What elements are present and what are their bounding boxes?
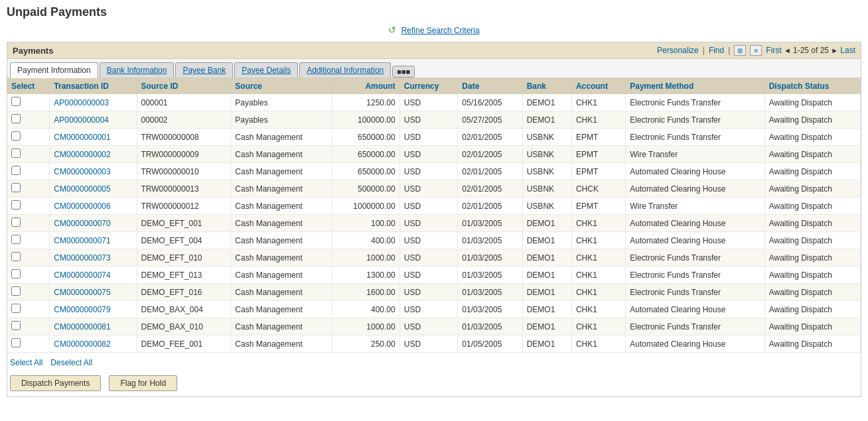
row-checkbox[interactable] [11, 235, 21, 244]
col-bank[interactable]: Bank [522, 78, 571, 94]
first-nav[interactable]: First [766, 46, 781, 55]
col-source-id[interactable]: Source ID [137, 78, 231, 94]
page-title: Unpaid Payments [7, 5, 861, 19]
date-cell: 05/27/2005 [458, 111, 522, 129]
nav-arrow-right[interactable]: ► [831, 46, 840, 54]
transaction-id-link[interactable]: CM0000000071 [54, 236, 110, 245]
select-all-link[interactable]: Select All [10, 358, 42, 367]
transaction-id-link[interactable]: CM0000000002 [54, 150, 110, 159]
payment-method-cell: Electronic Funds Transfer [626, 94, 764, 111]
account-cell: CHK1 [571, 284, 625, 301]
col-source[interactable]: Source [231, 78, 332, 94]
tab-payment-information[interactable]: Payment Information [10, 62, 98, 78]
find-link[interactable]: Find [709, 46, 724, 55]
amount-cell: 1600.00 [332, 284, 399, 301]
col-amount[interactable]: Amount [332, 78, 399, 94]
payment-method-cell: Automated Clearing House [626, 215, 764, 232]
payment-method-cell: Automated Clearing House [626, 301, 764, 318]
transaction-id-link[interactable]: AP0000000004 [54, 115, 109, 125]
currency-cell: USD [399, 284, 458, 301]
transaction-id-link[interactable]: AP0000000003 [54, 98, 109, 107]
amount-cell: 100000.00 [332, 111, 399, 129]
payment-method-cell: Wire Transfer [626, 146, 764, 163]
col-payment-method[interactable]: Payment Method [626, 78, 764, 94]
tab-payee-bank[interactable]: Payee Bank [175, 62, 233, 78]
row-checkbox[interactable] [11, 200, 21, 210]
currency-cell: USD [399, 111, 458, 129]
col-transaction-id[interactable]: Transaction ID [50, 78, 137, 94]
table-row: AP0000000004000002Payables100000.00USD05… [7, 111, 861, 129]
deselect-all-link[interactable]: Deselect All [50, 358, 92, 367]
transaction-id-link[interactable]: CM0000000081 [54, 322, 110, 331]
row-checkbox[interactable] [11, 252, 21, 261]
flag-for-hold-button[interactable]: Flag for Hold [109, 375, 177, 391]
list-view-icon[interactable]: ≡ [750, 45, 762, 56]
row-select-cell [7, 215, 50, 232]
toolbar-sep-1: | [703, 46, 705, 55]
tab-payee-details[interactable]: Payee Details [234, 62, 298, 78]
source-id-cell: TRW000000012 [137, 198, 231, 215]
transaction-id-link[interactable]: CM0000000073 [54, 253, 110, 263]
row-checkbox[interactable] [11, 286, 21, 296]
row-checkbox[interactable] [11, 183, 21, 192]
currency-cell: USD [399, 94, 458, 111]
refresh-icon: ↺ [388, 25, 396, 35]
row-checkbox[interactable] [11, 166, 21, 175]
refine-search-link[interactable]: Refine Search Criteria [401, 26, 480, 35]
currency-cell: USD [399, 129, 458, 146]
source-id-cell: DEMO_BAX_010 [137, 318, 231, 335]
source-cell: Cash Management [231, 180, 332, 198]
transaction-id-link[interactable]: CM0000000079 [54, 305, 110, 314]
account-cell: CHK1 [571, 249, 625, 267]
transaction-id-link[interactable]: CM0000000070 [54, 219, 110, 228]
row-checkbox[interactable] [11, 149, 21, 158]
col-dispatch-status[interactable]: Dispatch Status [764, 78, 860, 94]
toolbar-sep-2: | [728, 46, 730, 55]
row-checkbox[interactable] [11, 114, 21, 123]
row-checkbox[interactable] [11, 321, 21, 330]
date-cell: 02/01/2005 [458, 198, 522, 215]
col-currency[interactable]: Currency [399, 78, 458, 94]
source-cell: Cash Management [231, 198, 332, 215]
source-cell: Cash Management [231, 318, 332, 335]
grid-view-icon[interactable]: ⊞ [734, 45, 746, 56]
source-id-cell: 000002 [137, 111, 231, 129]
tab-additional-information[interactable]: Additional Information [299, 62, 391, 78]
last-nav[interactable]: Last [840, 46, 855, 55]
dispatch-payments-button[interactable]: Dispatch Payments [10, 375, 101, 391]
transaction-id-link[interactable]: CM0000000006 [54, 202, 110, 211]
transaction-id-link[interactable]: CM0000000003 [54, 167, 110, 176]
dispatch-status-cell: Awaiting Dispatch [764, 232, 860, 249]
source-id-cell: 000001 [137, 94, 231, 111]
tab-bank-information[interactable]: Bank Information [100, 62, 175, 78]
dispatch-status-cell: Awaiting Dispatch [764, 215, 860, 232]
nav-arrow-left[interactable]: ◄ [784, 46, 793, 54]
table-row: AP0000000003000001Payables1250.00USD05/1… [7, 94, 861, 111]
row-select-cell [7, 335, 50, 353]
tab-overflow-button[interactable]: ■■■ [392, 66, 415, 78]
transaction-id-link[interactable]: CM0000000001 [54, 133, 110, 142]
row-select-cell [7, 249, 50, 267]
payments-table: Select Transaction ID Source ID Source A… [7, 78, 861, 353]
transaction-id-link[interactable]: CM0000000074 [54, 271, 110, 280]
row-checkbox[interactable] [11, 131, 21, 141]
transaction-id-link[interactable]: CM0000000082 [54, 339, 110, 349]
row-checkbox[interactable] [11, 269, 21, 278]
col-account[interactable]: Account [571, 78, 625, 94]
row-checkbox[interactable] [11, 304, 21, 313]
personalize-link[interactable]: Personalize [657, 46, 699, 55]
transaction-id-link[interactable]: CM0000000075 [54, 288, 110, 297]
col-select: Select [7, 78, 50, 94]
dispatch-status-cell: Awaiting Dispatch [764, 318, 860, 335]
row-checkbox[interactable] [11, 338, 21, 347]
payment-method-cell: Automated Clearing House [626, 335, 764, 353]
account-cell: EPMT [571, 129, 625, 146]
transaction-id-link[interactable]: CM0000000005 [54, 184, 110, 194]
row-checkbox[interactable] [11, 217, 21, 227]
source-id-cell: DEMO_EFT_010 [137, 249, 231, 267]
row-checkbox[interactable] [11, 97, 21, 106]
col-date[interactable]: Date [458, 78, 522, 94]
account-cell: CHK1 [571, 232, 625, 249]
row-select-cell [7, 111, 50, 129]
bank-cell: DEMO1 [522, 232, 571, 249]
